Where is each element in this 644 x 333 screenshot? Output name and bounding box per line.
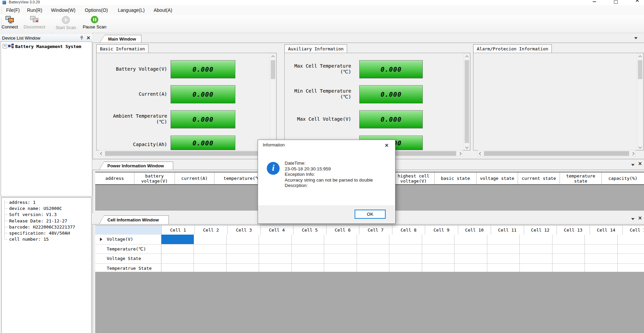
corner-header-cell <box>95 225 162 235</box>
device-info-item: device name: US2000C <box>4 205 89 211</box>
connect-button[interactable]: Connect <box>1 16 19 31</box>
row-label[interactable]: Voltage State <box>95 254 161 263</box>
scroll-right-icon[interactable] <box>457 150 462 157</box>
device-info-item: address: 1 <box>4 199 89 205</box>
field-label: Ambient Temperature(℃) <box>100 113 167 125</box>
tab-cell-information[interactable]: Cell Information Window <box>99 215 169 224</box>
chevron-down-icon[interactable] <box>631 164 635 166</box>
scroll-left-icon[interactable] <box>99 150 104 157</box>
field-label: Min Cell Temperature(℃) <box>282 88 351 100</box>
scroll-right-icon[interactable] <box>630 150 635 157</box>
row-label[interactable]: Voltage(V) <box>95 235 161 244</box>
chevron-down-icon[interactable] <box>631 218 635 220</box>
minimize-icon <box>593 1 596 2</box>
row-cells[interactable] <box>161 254 644 263</box>
disconnect-button[interactable]: Disconnect <box>23 16 46 31</box>
value-display-ambient-temperature: 0.000 <box>171 110 235 128</box>
row-label[interactable]: Temperature(℃) <box>95 244 161 254</box>
device-info-item: specification: 48V/50AH <box>4 230 89 236</box>
scrollbar-thumb[interactable] <box>271 60 275 79</box>
menu-run[interactable]: Run(R) <box>26 5 44 15</box>
selected-cell[interactable] <box>161 235 194 244</box>
device-info-item: barcode: H222006C32221377 <box>4 224 89 230</box>
basic-vertical-scrollbar[interactable] <box>270 53 276 150</box>
row-cells[interactable] <box>161 244 644 254</box>
menu-bar: File(F) Run(R) Window(W) Options(O) Lang… <box>0 5 644 15</box>
close-icon[interactable] <box>638 216 642 221</box>
batteryview-app: BatteryView 3.0.29 File(F) Run(R) Window… <box>0 0 644 333</box>
close-icon <box>385 143 389 148</box>
start-scan-label: Start Scan <box>56 25 76 30</box>
toolbar: Connect Disconnect Start Scan Pause Scan <box>0 15 644 33</box>
value-display-capacity: 0.000 <box>171 136 235 150</box>
column-header: highest cell voltage(V) <box>393 172 435 184</box>
pause-scan-icon <box>91 16 98 23</box>
device-list-header: Device List Window <box>0 34 92 42</box>
tab-basic-information[interactable]: Basic Information <box>96 44 149 53</box>
menu-file[interactable]: File(F) <box>5 5 21 15</box>
column-header: Cell 10 <box>458 225 491 235</box>
device-info-item: cell number: 15 <box>4 236 89 242</box>
dock-grip <box>1 6 2 14</box>
scroll-left-icon[interactable] <box>478 150 483 157</box>
start-scan-icon <box>62 16 70 24</box>
title-bar: BatteryView 3.0.29 <box>0 0 644 5</box>
column-header: Cell 2 <box>195 225 228 235</box>
close-icon[interactable] <box>638 161 642 166</box>
auxiliary-vertical-scrollbar[interactable] <box>464 53 470 150</box>
close-icon[interactable] <box>86 35 90 41</box>
row-cells[interactable] <box>161 235 644 244</box>
cell-table-header: Cell 1 Cell 2 Cell 3 Cell 4 Cell 5 Cell … <box>95 225 644 235</box>
alarm-horizontal-scrollbar[interactable] <box>478 150 636 157</box>
connect-label: Connect <box>2 24 18 29</box>
scroll-up-icon[interactable] <box>637 54 643 59</box>
minimize-button[interactable] <box>589 0 599 5</box>
value-display-current: 0.000 <box>171 85 235 103</box>
main-tab-strip <box>93 34 644 43</box>
scrollbar-thumb[interactable] <box>465 60 469 143</box>
device-tree: + Battery Management System <box>1 42 92 196</box>
column-header: current(A) <box>175 172 214 184</box>
tab-main-window[interactable]: Main Window <box>100 35 141 43</box>
tree-expand-icon[interactable]: + <box>3 44 7 48</box>
dialog-message: DateTime: 23-05-18 20:30:15:959 Exceptio… <box>285 161 389 189</box>
device-info-box: address: 1 device name: US2000C Soft ver… <box>1 197 92 333</box>
info-icon: i <box>267 162 280 175</box>
scroll-up-icon[interactable] <box>270 54 276 59</box>
chevron-down-icon[interactable] <box>634 37 638 39</box>
column-header: Cell 7 <box>359 225 392 235</box>
ok-button[interactable]: OK <box>355 210 386 219</box>
alarm-vertical-scrollbar[interactable] <box>637 53 643 150</box>
tab-power-information[interactable]: Power Information Window <box>99 162 173 170</box>
dialog-close-button[interactable] <box>382 141 392 149</box>
menu-language[interactable]: Language(L) <box>117 5 146 15</box>
scroll-up-icon[interactable] <box>464 54 470 59</box>
network-icon <box>8 44 14 48</box>
pin-icon[interactable] <box>80 36 84 40</box>
tab-alarm-protection[interactable]: Alarm/Protecion Information <box>473 44 552 53</box>
field-label: Max Cell Voltage(V) <box>282 116 351 122</box>
close-icon <box>636 0 639 3</box>
connect-icon <box>5 16 14 23</box>
dialog-footer: OK <box>258 206 394 223</box>
menu-about[interactable]: About(A) <box>152 5 174 15</box>
menu-options[interactable]: Options(O) <box>83 5 109 15</box>
scroll-down-icon[interactable] <box>637 144 643 149</box>
menu-window[interactable]: Window(W) <box>50 5 77 15</box>
scrollbar-thumb[interactable] <box>484 151 629 156</box>
close-button[interactable] <box>632 0 642 5</box>
tab-auxiliary-information[interactable]: Auxiliary Information <box>284 44 347 53</box>
row-cells[interactable] <box>161 264 644 273</box>
column-header: Cell 1 <box>162 225 195 235</box>
value-display-battery-voltage: 0.000 <box>171 60 235 78</box>
column-header: Cell 12 <box>524 225 557 235</box>
scrollbar-thumb[interactable] <box>638 60 642 79</box>
row-label[interactable]: Temperatrue State <box>95 264 161 273</box>
tree-node-bms[interactable]: Battery Management System <box>15 44 81 49</box>
maximize-button[interactable] <box>611 0 621 5</box>
window-title: BatteryView 3.0.29 <box>9 0 40 4</box>
start-scan-button[interactable]: Start Scan <box>55 16 77 31</box>
scroll-down-icon[interactable] <box>464 144 470 149</box>
cell-table-empty-area <box>95 272 644 333</box>
pause-scan-button[interactable]: Pause Scan <box>81 16 108 31</box>
